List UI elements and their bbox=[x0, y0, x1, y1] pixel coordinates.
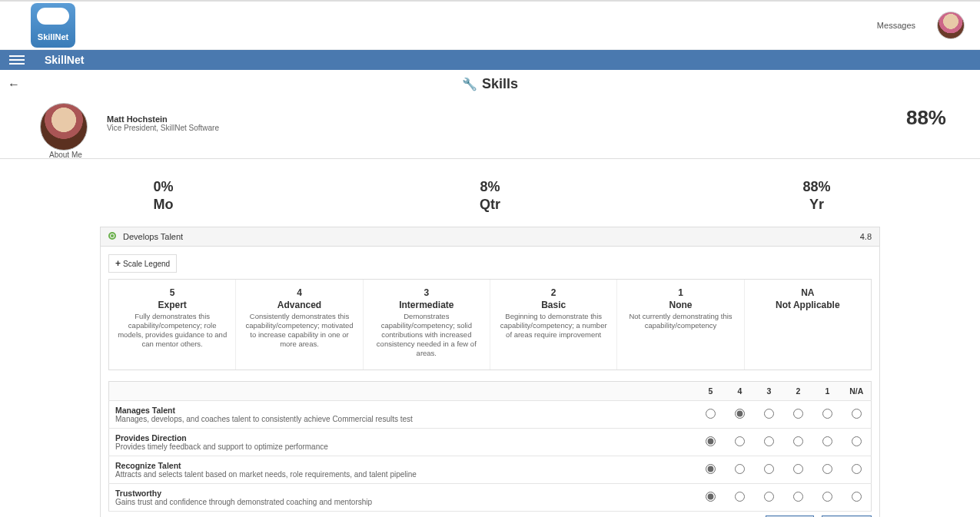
rating-cell bbox=[842, 401, 872, 429]
cloud-icon bbox=[37, 8, 69, 25]
rating-cell bbox=[726, 456, 755, 484]
legend-cell-1: 4AdvancedConsistently demonstrates this … bbox=[236, 280, 363, 370]
user-avatar[interactable] bbox=[937, 12, 965, 39]
skill-desc: Manages, develops, and coaches talent to… bbox=[115, 415, 690, 423]
rating-radio[interactable] bbox=[793, 409, 803, 419]
legend-num: 3 bbox=[370, 287, 483, 298]
table-row: Provides DirectionProvides timely feedba… bbox=[109, 429, 872, 456]
legend-desc: Not currently demonstrating this capabil… bbox=[623, 312, 737, 330]
skill-name: Manages Talent bbox=[115, 406, 690, 415]
rating-radio[interactable] bbox=[852, 409, 862, 419]
rating-radio[interactable] bbox=[735, 464, 745, 474]
rating-cell bbox=[696, 401, 726, 429]
legend-desc: Demonstrates capability/competency; soli… bbox=[370, 312, 483, 357]
skill-desc: Gains trust and confidence through demon… bbox=[115, 498, 690, 506]
skill-desc: Attracts and selects talent based on mar… bbox=[115, 470, 690, 479]
page-title: 🔧 Skills bbox=[0, 76, 980, 92]
profile-title: Vice President, SkillNet Software bbox=[107, 124, 219, 132]
scale-legend-label: Scale Legend bbox=[123, 260, 170, 268]
col-header: 4 bbox=[726, 382, 755, 401]
rating-radio[interactable] bbox=[706, 464, 716, 474]
legend-cell-4: 1NoneNot currently demonstrating this ca… bbox=[617, 280, 744, 370]
rating-radio[interactable] bbox=[793, 492, 803, 502]
rating-cell bbox=[813, 429, 842, 456]
rating-cell bbox=[755, 456, 784, 484]
card-body: + Scale Legend 5ExpertFully demonstrates… bbox=[101, 247, 879, 517]
period-month-label: Mo bbox=[2, 197, 325, 213]
rating-cell bbox=[696, 484, 726, 512]
col-header: 5 bbox=[696, 382, 726, 401]
scale-legend-toggle[interactable]: + Scale Legend bbox=[108, 254, 177, 273]
rating-radio[interactable] bbox=[822, 464, 832, 474]
profile-name: Matt Hochstein bbox=[107, 114, 219, 124]
legend-cell-2: 3IntermediateDemonstrates capability/com… bbox=[364, 280, 490, 370]
rating-radio[interactable] bbox=[764, 464, 774, 474]
rating-cell bbox=[842, 429, 872, 456]
legend-title: Expert bbox=[115, 300, 229, 310]
skill-table: 54321N/A Manages TalentManages, develops… bbox=[108, 381, 872, 512]
competency-score: 4.8 bbox=[860, 232, 872, 241]
col-header: 2 bbox=[784, 382, 813, 401]
rating-cell bbox=[813, 401, 842, 429]
competency-header[interactable]: Develops Talent 4.8 bbox=[101, 227, 879, 247]
legend-grid: 5ExpertFully demonstrates this capabilit… bbox=[108, 279, 872, 370]
top-bar: SkillNet Messages bbox=[0, 0, 980, 50]
period-month-pct: 0% bbox=[2, 179, 325, 195]
rating-cell bbox=[726, 429, 755, 456]
messages-link[interactable]: Messages bbox=[877, 21, 915, 30]
hamburger-icon[interactable] bbox=[5, 52, 29, 68]
top-right: Messages bbox=[877, 12, 965, 39]
col-header: N/A bbox=[842, 382, 872, 401]
rating-radio[interactable] bbox=[706, 436, 716, 446]
rating-radio[interactable] bbox=[822, 492, 832, 502]
period-quarter-pct: 8% bbox=[328, 179, 652, 195]
col-header: 1 bbox=[813, 382, 842, 401]
legend-num: NA bbox=[751, 287, 865, 298]
rating-cell bbox=[755, 401, 784, 429]
profile-row: Matt Hochstein Vice President, SkillNet … bbox=[0, 92, 980, 159]
rating-radio[interactable] bbox=[852, 436, 862, 446]
rating-radio[interactable] bbox=[735, 492, 745, 502]
app-name: SkillNet bbox=[45, 54, 84, 66]
legend-cell-3: 2BasicBeginning to demonstrate this capa… bbox=[490, 280, 617, 370]
rating-cell bbox=[813, 456, 842, 484]
rating-radio[interactable] bbox=[793, 464, 803, 474]
profile-avatar[interactable] bbox=[40, 103, 88, 151]
about-me-link[interactable]: About Me bbox=[49, 151, 82, 159]
legend-title: Basic bbox=[497, 300, 610, 310]
rating-radio[interactable] bbox=[735, 436, 745, 446]
rating-radio[interactable] bbox=[822, 409, 832, 419]
legend-cell-5: NANot Applicable bbox=[745, 280, 871, 370]
skill-body: Manages TalentManages, develops, and coa… bbox=[109, 401, 872, 512]
skill-header-row: 54321N/A bbox=[109, 382, 872, 401]
legend-num: 4 bbox=[242, 287, 356, 298]
logo-text: SkillNet bbox=[38, 32, 68, 41]
logo[interactable]: SkillNet bbox=[31, 3, 75, 48]
competency-card: Develops Talent 4.8 + Scale Legend 5Expe… bbox=[100, 227, 880, 517]
legend-desc: Consistently demonstrates this capabilit… bbox=[242, 312, 356, 349]
rating-radio[interactable] bbox=[764, 436, 774, 446]
rating-cell bbox=[813, 484, 842, 512]
rating-cell bbox=[784, 484, 813, 512]
rating-radio[interactable] bbox=[793, 436, 803, 446]
rating-cell bbox=[726, 484, 755, 512]
rating-radio[interactable] bbox=[706, 492, 716, 502]
rating-radio[interactable] bbox=[852, 492, 862, 502]
rating-radio[interactable] bbox=[852, 464, 862, 474]
skill-cell: Recognize TalentAttracts and selects tal… bbox=[109, 456, 696, 484]
period-summary: 0% Mo 8% Qtr 88% Yr bbox=[0, 159, 980, 227]
rating-radio[interactable] bbox=[706, 409, 716, 419]
back-arrow-icon[interactable]: ← bbox=[8, 78, 20, 91]
skill-desc: Provides timely feedback and support to … bbox=[115, 442, 690, 451]
page-title-text: Skills bbox=[482, 76, 518, 92]
rating-radio[interactable] bbox=[735, 409, 745, 419]
rating-radio[interactable] bbox=[764, 409, 774, 419]
wrench-icon: 🔧 bbox=[462, 77, 477, 91]
rating-radio[interactable] bbox=[764, 492, 774, 502]
rating-radio[interactable] bbox=[822, 436, 832, 446]
profile-text: Matt Hochstein Vice President, SkillNet … bbox=[107, 114, 219, 132]
skill-cell: Provides DirectionProvides timely feedba… bbox=[109, 429, 696, 456]
period-quarter-label: Qtr bbox=[328, 197, 652, 213]
legend-title: Intermediate bbox=[370, 300, 483, 310]
status-dot-icon bbox=[108, 232, 116, 240]
